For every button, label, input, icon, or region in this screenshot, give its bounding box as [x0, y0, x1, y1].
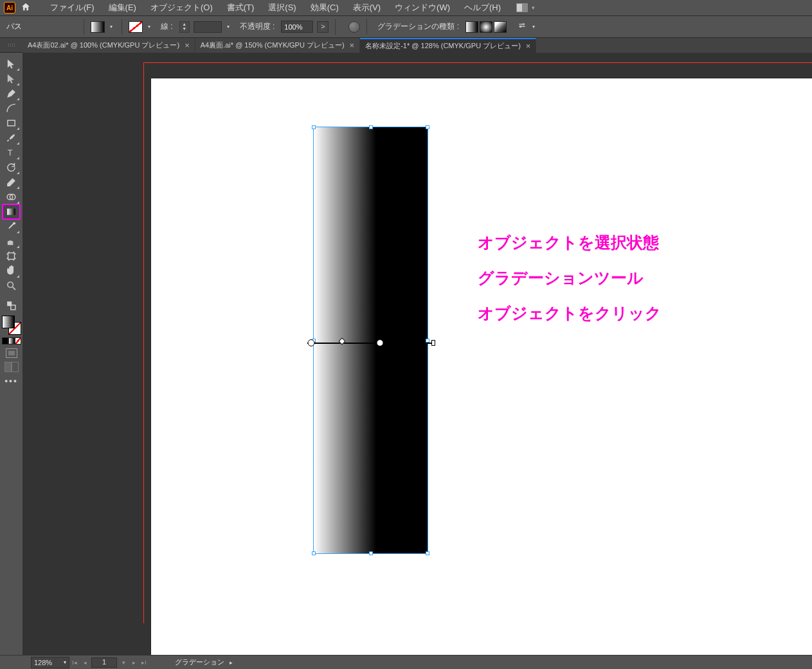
gradient-start-stop[interactable] [308, 339, 315, 346]
svg-text:T: T [8, 148, 13, 157]
gradient-linear-button[interactable] [465, 21, 478, 33]
menu-type[interactable]: 書式(T) [221, 0, 261, 16]
selection-tool[interactable] [3, 57, 20, 71]
toggle-fill-stroke-icon[interactable] [3, 298, 20, 313]
gradient-annotator[interactable] [307, 339, 434, 347]
edit-toolbar-icon[interactable]: ••• [5, 376, 18, 386]
gradient-type-group [465, 21, 507, 33]
selection-handle[interactable] [426, 551, 429, 555]
artboard-nav-dropdown[interactable]: ▾ [118, 657, 129, 668]
home-icon[interactable] [21, 2, 31, 14]
edit-gradient-icon[interactable] [517, 21, 527, 32]
doc-tab-2[interactable]: 名称未設定-1* @ 128% (CMYK/GPU プレビュー) × [360, 38, 536, 53]
svg-rect-7 [8, 253, 15, 260]
workspace-dropdown-arrow[interactable]: ▾ [532, 4, 535, 11]
rectangle-tool[interactable] [3, 116, 20, 130]
svg-rect-2 [8, 120, 15, 126]
color-none-button[interactable] [15, 337, 21, 344]
eraser-tool[interactable] [3, 175, 20, 190]
draw-mode-icon[interactable] [6, 348, 17, 358]
separator [122, 19, 122, 35]
selection-handle[interactable] [369, 551, 373, 555]
selection-handle[interactable] [312, 125, 316, 129]
stroke-profile-preview[interactable] [194, 21, 222, 33]
opacity-label: 不透明度 : [240, 21, 275, 32]
gradient-tool[interactable] [3, 204, 20, 219]
artboard-last-button[interactable]: ▸I [139, 657, 149, 668]
stroke-profile-dropdown[interactable]: ▾ [227, 24, 230, 30]
fill-swatch[interactable] [91, 21, 105, 33]
close-icon[interactable]: × [185, 40, 190, 50]
rotate-tool[interactable] [3, 160, 20, 175]
svg-rect-6 [7, 209, 15, 215]
menu-object[interactable]: オブジェクト(O) [144, 0, 219, 16]
gradient-panel-dropdown[interactable]: ▾ [532, 24, 535, 30]
fill-stroke-indicator[interactable] [2, 316, 21, 335]
document-tab-row: A4表面02.ai* @ 100% (CMYK/GPU プレビュー) × A4裏… [0, 38, 812, 53]
menu-file[interactable]: ファイル(F) [44, 0, 101, 16]
gradient-endpoint-handle[interactable] [431, 340, 435, 346]
annotation-line: オブジェクトをクリック [478, 296, 662, 331]
color-solid-button[interactable] [2, 337, 8, 344]
eyedropper-tool[interactable] [3, 219, 20, 234]
type-tool[interactable]: T [3, 145, 20, 160]
stroke-weight-stepper[interactable]: ▲▼ [179, 21, 190, 33]
direct-selection-tool[interactable] [3, 71, 20, 86]
recolor-artwork-icon[interactable] [348, 21, 360, 33]
workspace-layout-icon[interactable] [516, 3, 528, 12]
opacity-dropdown[interactable]: > [317, 21, 329, 33]
separator [84, 19, 84, 35]
doc-tab-0[interactable]: A4表面02.ai* @ 100% (CMYK/GPU プレビュー) × [23, 38, 195, 53]
stroke-dropdown[interactable]: ▾ [148, 24, 150, 30]
gradient-end-stop[interactable] [377, 339, 384, 346]
artboard-first-button[interactable]: I◂ [69, 657, 80, 668]
doc-tab-1[interactable]: A4裏面.ai* @ 150% (CMYK/GPU プレビュー) × [195, 38, 360, 53]
doc-tab-label: A4表面02.ai* @ 100% (CMYK/GPU プレビュー) [28, 40, 179, 50]
separator [366, 19, 367, 35]
artboard-prev-button[interactable]: ◂ [80, 657, 90, 668]
menu-help[interactable]: ヘルプ(H) [458, 0, 507, 16]
doc-tab-label: A4裏面.ai* @ 150% (CMYK/GPU プレビュー) [201, 40, 345, 50]
gradient-radial-button[interactable] [480, 21, 492, 33]
fill-indicator[interactable] [2, 316, 15, 328]
stroke-weight-label: 線 : [161, 21, 173, 32]
canvas[interactable]: オブジェクトを選択状態 グラデーションツール オブジェクトをクリック [23, 53, 812, 655]
toolbar-grip-top[interactable] [0, 38, 23, 52]
close-icon[interactable]: × [350, 40, 355, 50]
gradient-freeform-button[interactable] [494, 21, 507, 33]
menu-select[interactable]: 選択(S) [262, 0, 302, 16]
artboard-number-input[interactable]: 1 [91, 657, 117, 668]
selection-handle[interactable] [369, 125, 373, 129]
symbol-sprayer-tool[interactable] [3, 234, 20, 249]
selection-handle[interactable] [426, 125, 429, 129]
menu-window[interactable]: ウィンドウ(W) [388, 0, 456, 16]
current-tool-label: グラデーション [175, 657, 224, 667]
menu-effect[interactable]: 効果(C) [304, 0, 345, 16]
close-icon[interactable]: × [526, 41, 531, 51]
stroke-swatch[interactable] [129, 21, 143, 33]
curvature-tool[interactable] [3, 101, 20, 116]
hand-tool[interactable] [3, 263, 20, 278]
dropdown-arrow-icon: ▾ [64, 659, 66, 665]
zoom-select[interactable]: 128% ▾ [31, 657, 69, 668]
separator [335, 19, 336, 35]
color-mode-row [2, 337, 21, 344]
fill-dropdown[interactable]: ▾ [110, 24, 113, 30]
opacity-input[interactable] [281, 21, 313, 33]
pen-tool[interactable] [3, 86, 20, 101]
selection-handle[interactable] [312, 551, 316, 555]
color-gradient-button[interactable] [8, 337, 15, 344]
menu-bar: Ai ファイル(F) 編集(E) オブジェクト(O) 書式(T) 選択(S) 効… [0, 0, 812, 16]
status-flyout-icon[interactable]: ▸ [230, 659, 233, 666]
artboard-tool[interactable] [3, 249, 20, 263]
app-logo: Ai [4, 2, 15, 13]
zoom-tool[interactable] [3, 278, 20, 293]
shape-builder-tool[interactable] [3, 190, 20, 204]
gradient-line[interactable] [307, 343, 434, 344]
menu-edit[interactable]: 編集(E) [102, 0, 143, 16]
screen-mode-icon[interactable] [5, 362, 19, 372]
paintbrush-tool[interactable] [3, 130, 20, 145]
artboard-next-button[interactable]: ▸ [129, 657, 139, 668]
status-bar: 128% ▾ I◂ ◂ 1 ▾ ▸ ▸I グラデーション ▸ [0, 655, 812, 669]
menu-view[interactable]: 表示(V) [347, 0, 387, 16]
